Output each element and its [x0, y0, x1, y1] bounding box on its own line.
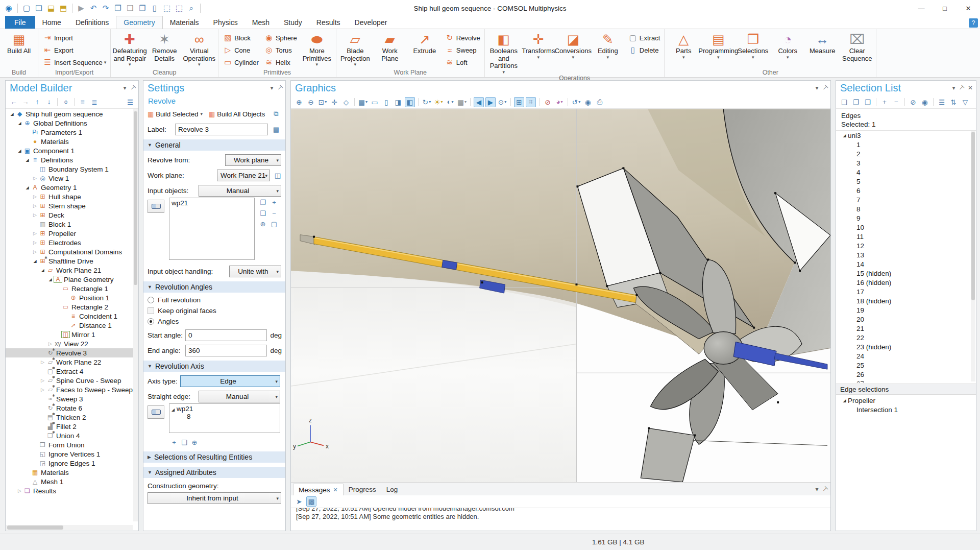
list-item[interactable]: 8 [172, 413, 278, 420]
tree-item-rotate-6[interactable]: ↻✱Rotate 6 [6, 403, 133, 413]
axis-type-dropdown[interactable]: Edge▾ [180, 375, 280, 387]
selection-list-item[interactable]: 7 [836, 195, 976, 204]
expanded-arrow-icon[interactable]: ◢ [16, 149, 23, 153]
add-to-selection-icon[interactable]: + [169, 438, 179, 447]
zoom-to-selection-icon[interactable]: ⊕ [258, 219, 268, 229]
new-file-icon[interactable]: ▢ [21, 3, 32, 14]
selection-list-item[interactable]: 2 [836, 149, 976, 158]
collapsed-arrow-icon[interactable]: ▷ [32, 203, 38, 208]
expanded-arrow-icon[interactable]: ◢ [24, 158, 31, 162]
remove-details-button[interactable]: ✶Remove Details [148, 30, 181, 68]
expanded-arrow-icon[interactable]: ◢ [24, 185, 31, 190]
add-selection-icon[interactable]: + [879, 97, 890, 107]
duplicate-selection-icon[interactable]: ❒ [863, 97, 873, 107]
show-grid-toggle-icon[interactable]: ⊞ [514, 97, 524, 107]
tree-item-geometry-1[interactable]: ◢AGeometry 1 [6, 183, 133, 192]
start-angle-input[interactable]: 0 [185, 329, 267, 341]
pin-icon[interactable]: ⊤ [128, 83, 137, 92]
tab-developer[interactable]: Developer [348, 16, 395, 29]
zoom-selected-icon[interactable]: ⊙▾ [497, 97, 507, 107]
selection-group[interactable]: ◢uni3 [836, 131, 976, 140]
move-up-icon[interactable]: ↑ [32, 97, 42, 107]
follow-messages-icon[interactable]: ▩ [306, 496, 316, 507]
wireframe-menu-icon[interactable]: ▦▾ [457, 97, 467, 107]
tree-item-spine-curve-sweep[interactable]: ▷▱✱Spine Curve - Sweep [6, 376, 133, 385]
activate-selection-toggle[interactable] [148, 405, 164, 419]
collapsed-arrow-icon[interactable]: ▷ [47, 341, 54, 346]
section-revolution-axis[interactable]: ▼ Revolution Axis [143, 361, 285, 372]
collapsed-arrow-icon[interactable]: ▷ [32, 212, 38, 218]
expanded-arrow-icon[interactable]: ◢ [841, 133, 848, 138]
tab-file[interactable]: File [5, 16, 35, 29]
tree-item-thicken-2[interactable]: ▤✱Thicken 2 [6, 413, 133, 422]
tree-item-mirror-1[interactable]: ◫Mirror 1 [6, 330, 133, 339]
keep-original-faces-checkbox[interactable] [148, 307, 154, 314]
zoom-extents-icon[interactable]: ✛ [329, 97, 339, 107]
delete-button[interactable]: ▯Delete [626, 44, 662, 56]
tree-item-computational-domains[interactable]: ▷⊞Computational Domains [6, 247, 133, 256]
tree-item-revolve-3[interactable]: ↻✱Revolve 3 [6, 348, 133, 357]
tree-options-menu-icon[interactable]: ☰ [125, 97, 135, 107]
clear-sequence-button[interactable]: ⌧Clear Sequence [840, 30, 874, 68]
zoom-box-icon[interactable]: ⊡▾ [317, 97, 328, 107]
go-back-icon[interactable]: ← [9, 97, 19, 107]
selection-list-item[interactable]: 14 [836, 259, 976, 269]
selection-list-item[interactable]: 4 [836, 168, 976, 177]
tab-progress[interactable]: Progress [344, 484, 381, 495]
tab-mesh[interactable]: Mesh [245, 16, 277, 29]
show-axes-toggle-icon[interactable]: ⌗ [526, 97, 536, 107]
export-button[interactable]: ⇤Export [40, 44, 108, 56]
collapsed-arrow-icon[interactable]: ▷ [32, 249, 38, 254]
tree-item-view-22[interactable]: ▷xyView 22 [6, 339, 133, 348]
end-angle-input[interactable]: 360 [185, 345, 267, 356]
collapsed-arrow-icon[interactable]: ▷ [39, 387, 46, 392]
open-file-icon[interactable]: ❏ [33, 3, 44, 14]
selection-list-item[interactable]: 13 [836, 250, 976, 259]
measure-button[interactable]: ↔Measure [805, 30, 839, 68]
paste-icon[interactable]: ❑ [125, 3, 136, 14]
print-icon[interactable]: ⎙ [595, 97, 605, 107]
tree-item-global-definitions[interactable]: ◢⊕Global Definitions [6, 118, 133, 128]
tab-geometry[interactable]: Geometry [116, 16, 162, 29]
tab-log[interactable]: Log [381, 484, 403, 495]
tree-item-definitions[interactable]: ◢≡Definitions [6, 155, 133, 164]
pin-icon[interactable]: ⊤ [275, 83, 284, 92]
list-item[interactable]: wp21 [172, 199, 252, 207]
cylinder-button[interactable]: ▭Cylinder [220, 56, 261, 68]
remove-from-selection-icon[interactable]: − [269, 208, 279, 218]
duplicate-icon[interactable]: ❒ [137, 3, 148, 14]
tree-item-rectangle-2[interactable]: ▭Rectangle 2 [6, 302, 133, 312]
tree-item-rectangle-1[interactable]: ▭Rectangle 1 [6, 284, 133, 293]
tree-item-materials[interactable]: ●Materials [6, 137, 133, 146]
collapsed-arrow-icon[interactable]: ▷ [32, 240, 38, 245]
selections-button[interactable]: ❐Selections▾ [736, 30, 770, 68]
tree-item-position-1[interactable]: ⊕Position 1 [6, 293, 133, 302]
save-icon[interactable]: ⬓ [45, 3, 57, 14]
zoom-to-selection-icon[interactable]: ⊕ [189, 438, 200, 447]
select-box-icon[interactable]: ⬚ [161, 3, 173, 14]
delete-icon[interactable]: ▯ [149, 3, 160, 14]
selection-list-item[interactable]: 9 [836, 213, 976, 223]
collapsed-arrow-icon[interactable]: ▷ [16, 488, 23, 493]
close-icon[interactable]: ✕ [968, 84, 973, 91]
comsol-logo-icon[interactable]: ◉ [3, 3, 14, 14]
find-icon[interactable]: ⌕ [186, 3, 197, 14]
tree-item-coincident-1[interactable]: ≡Coincident 1 [6, 312, 133, 321]
import-button[interactable]: ⇥Import [40, 32, 108, 44]
move-down-icon[interactable]: ↓ [44, 97, 54, 107]
yz-plane-view-icon[interactable]: ▯ [381, 97, 391, 107]
tree-item-propeller[interactable]: ▷⊞Propeller [6, 229, 133, 238]
tab-physics[interactable]: Physics [206, 16, 245, 29]
transforms-button[interactable]: ✛Transforms▾ [522, 30, 555, 74]
parts-button[interactable]: △Parts▾ [667, 30, 700, 68]
pin-icon[interactable]: ⊤ [820, 83, 829, 92]
selection-list-item[interactable]: 16 (hidden) [836, 278, 976, 287]
help-icon[interactable]: ? [969, 18, 978, 28]
show-all-icon[interactable]: ◉ [920, 97, 930, 107]
build-selected-button[interactable]: ▦ Build Selected ▾ [148, 110, 203, 118]
tree-item-plane-geometry[interactable]: ◢APlane Geometry [6, 275, 133, 284]
model-builder-hscrollbar[interactable] [6, 525, 133, 530]
selection-list-item[interactable]: 25 [836, 361, 976, 370]
create-selection-icon[interactable]: ▢ [269, 219, 279, 229]
tree-item-stern-shape[interactable]: ▷⊞Stern shape [6, 201, 133, 210]
